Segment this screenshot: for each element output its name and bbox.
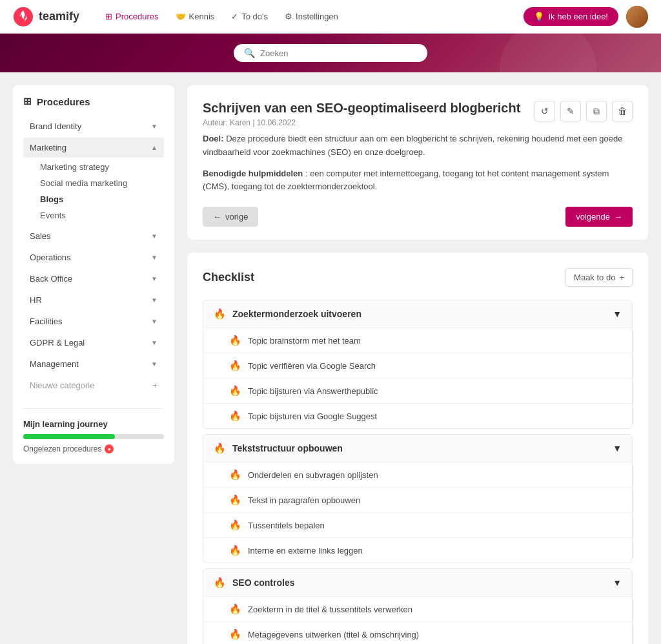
sidebar-item-events[interactable]: Events [34,207,164,223]
checklist-item[interactable]: 🔥 Zoekterm in de titel & tussentitels ve… [203,596,632,621]
arrow-right-icon: → [614,212,622,222]
checklist-item[interactable]: 🔥 Topic brainstorm met het team [203,327,632,353]
unread-dot-badge: ● [105,444,114,453]
checklist-header: Checklist Maak to do + [203,268,633,287]
avatar[interactable] [626,6,648,28]
nav-todos[interactable]: ✓ To do's [225,8,274,25]
chevron-down-icon: ▼ [613,443,622,453]
edit-icon: ✎ [567,106,575,116]
logo[interactable]: teamify [13,6,79,27]
sidebar-item-back-office[interactable]: Back Office ▼ [23,269,164,289]
logo-flame-icon [13,6,34,27]
fire-icon-item: 🔥 [229,335,241,346]
nav-items: ⊞ Procedures 🤝 Kennis ✓ To do's ⚙ Instel… [99,8,524,25]
nav-kennis[interactable]: 🤝 Kennis [169,8,221,25]
fire-icon-item: 🔥 [229,545,241,556]
sidebar-procedures-icon: ⊞ [23,96,32,107]
procedure-title-area: Schrijven van een SEO-geoptimaliseerd bl… [203,101,534,127]
procedure-top: Schrijven van een SEO-geoptimaliseerd bl… [203,101,633,127]
fire-icon-item: 🔥 [229,410,241,422]
checklist-card: Checklist Maak to do + 🔥 Zoektermonderzo… [187,253,648,644]
checklist-group-zoekterm-header[interactable]: 🔥 Zoektermonderzoek uitvoeren ▼ [203,300,632,327]
search-icon: 🔍 [244,48,255,58]
sidebar-item-marketing-strategy[interactable]: Marketing strategy [34,159,164,175]
checklist-item[interactable]: 🔥 Metagegevens uitwerken (titel & omschr… [203,621,632,644]
history-icon: ↺ [541,106,549,116]
procedure-nav: ← vorige volgende → [203,207,633,227]
procedure-doel: Doel: Deze procedure biedt een structuur… [203,132,633,160]
fire-icon-item: 🔥 [229,360,241,371]
checklist-item[interactable]: 🔥 Onderdelen en subvragen oplijsten [203,462,632,487]
chevron-down-icon: ▼ [151,318,158,325]
vorige-button[interactable]: ← vorige [203,207,258,227]
nav-procedures[interactable]: ⊞ Procedures [99,8,165,25]
navbar-right: 💡 Ik heb een idee! [524,6,648,28]
nav-instellingen[interactable]: ⚙ Instellingen [278,8,345,25]
fire-icon-item: 🔥 [229,519,241,531]
chevron-down-icon: ▼ [151,123,158,130]
checklist-title: Checklist [203,271,254,284]
main-content: Schrijven van een SEO-geoptimaliseerd bl… [187,85,648,644]
volgende-button[interactable]: volgende → [565,207,633,227]
procedure-hulpmiddelen: Benodigde hulpmiddelen : een computer me… [203,167,633,194]
chevron-down-icon: ▼ [151,339,158,346]
checklist-group-tekststructuur: 🔥 Tekststructuur opbouwen ▼ 🔥 Onderdelen… [203,434,633,563]
maak-todo-button[interactable]: Maak to do + [565,268,633,287]
learning-journey-title: Mijn learning journey [23,419,164,429]
procedure-meta: Auteur: Karen | 10.06.2022 [203,118,534,127]
checklist-group-zoekterm: 🔥 Zoektermonderzoek uitvoeren ▼ 🔥 Topic … [203,300,633,429]
sidebar-item-blogs[interactable]: Blogs [34,191,164,207]
chevron-up-icon: ▲ [151,144,158,151]
delete-button[interactable]: 🗑 [612,101,633,121]
chevron-down-icon: ▼ [151,360,158,368]
chevron-down-icon: ▼ [151,296,158,304]
history-button[interactable]: ↺ [534,101,555,121]
checklist-item[interactable]: 🔥 Topic bijsturen via Answerthepublic [203,378,632,403]
sidebar-item-hr[interactable]: HR ▼ [23,290,164,310]
checklist-item[interactable]: 🔥 Topic bijsturen via Google Suggest [203,403,632,428]
procedure-header-card: Schrijven van een SEO-geoptimaliseerd bl… [187,85,648,240]
idea-button[interactable]: 💡 Ik heb een idee! [524,7,618,26]
sidebar-item-social-media[interactable]: Social media marketing [34,175,164,191]
procedure-title: Schrijven van een SEO-geoptimaliseerd bl… [203,101,534,116]
sidebar-item-operations[interactable]: Operations ▼ [23,247,164,267]
sidebar-item-management[interactable]: Management ▼ [23,354,164,374]
fire-icon-item: 🔥 [229,603,241,615]
procedure-actions: ↺ ✎ ⧉ 🗑 [534,101,633,121]
checklist-item[interactable]: 🔥 Tussentitels bepalen [203,512,632,537]
kennis-nav-icon: 🤝 [176,12,186,21]
checklist-item[interactable]: 🔥 Tekst in paragrafen opbouwen [203,487,632,512]
main-layout: ⊞ Procedures Brand Identity ▼ Marketing … [0,72,661,644]
progress-bar-fill [23,434,115,439]
fire-icon-item: 🔥 [229,494,241,506]
sidebar-item-gdpr-legal[interactable]: GDPR & Legal ▼ [23,333,164,353]
copy-button[interactable]: ⧉ [586,101,607,121]
checklist-item[interactable]: 🔥 Topic verifiëren via Google Search [203,353,632,378]
chevron-down-icon: ▼ [151,233,158,240]
sidebar-item-facilities[interactable]: Facilities ▼ [23,311,164,331]
checklist-item[interactable]: 🔥 Interne en externe links leggen [203,537,632,563]
sidebar-new-category[interactable]: Nieuwe categorie + [23,375,164,395]
fire-icon: 🔥 [214,442,226,454]
search-input[interactable] [260,48,417,58]
fire-icon: 🔥 [214,308,226,320]
fire-icon-item: 🔥 [229,469,241,481]
sidebar-item-marketing[interactable]: Marketing ▲ [23,138,164,158]
sidebar: ⊞ Procedures Brand Identity ▼ Marketing … [13,85,174,464]
chevron-down-icon: ▼ [613,577,622,588]
unread-procedures[interactable]: Ongelezen procedures ● [23,444,164,453]
search-bar: 🔍 [234,44,427,62]
checklist-group-seo-header[interactable]: 🔥 SEO controles ▼ [203,569,632,596]
sidebar-item-sales[interactable]: Sales ▼ [23,226,164,246]
chevron-down-icon: ▼ [151,254,158,261]
avatar-image [626,6,648,28]
fire-icon: 🔥 [214,577,226,588]
instellingen-nav-icon: ⚙ [285,12,292,21]
progress-bar-background [23,434,164,439]
checklist-group-tekststructuur-header[interactable]: 🔥 Tekststructuur opbouwen ▼ [203,435,632,462]
arrow-left-icon: ← [213,212,221,222]
sidebar-item-brand-identity[interactable]: Brand Identity ▼ [23,116,164,136]
checklist-group-seo: 🔥 SEO controles ▼ 🔥 Zoekterm in de titel… [203,568,633,644]
hero-banner: 🔍 [0,34,661,72]
edit-button[interactable]: ✎ [560,101,581,121]
